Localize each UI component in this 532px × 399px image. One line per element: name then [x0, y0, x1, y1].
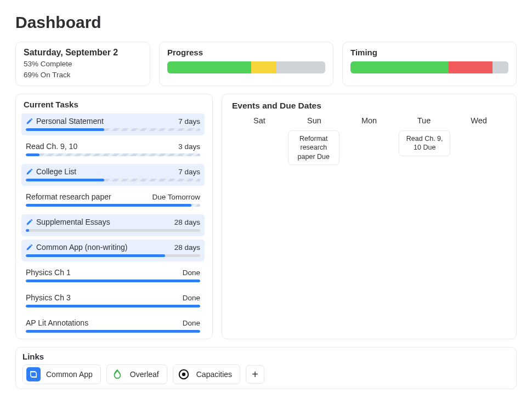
tasks-scroll[interactable]: Personal Statement7 daysRead Ch. 9, 103 … [21, 113, 209, 333]
task-title: Physics Ch 3 [26, 293, 71, 302]
day-header: Mon [342, 116, 397, 125]
pencil-icon [26, 218, 33, 226]
task-due: Done [183, 294, 200, 302]
task-title: Common App (non-writing) [36, 243, 128, 252]
task-item[interactable]: Common App (non-writing)28 days [21, 240, 205, 261]
tasks-title: Current Tasks [21, 100, 209, 109]
timing-bar [350, 61, 508, 73]
progress-seg-yellow [251, 61, 276, 73]
task-title: AP Lit Annotations [26, 318, 88, 327]
task-progress-bar [26, 330, 200, 333]
day-header: Sat [232, 116, 287, 125]
links-card: Links Common AppOverleafCapacities+ [15, 347, 517, 389]
status-date: Saturday, September 2 [24, 48, 142, 58]
event-column [343, 130, 395, 165]
links-title: Links [22, 352, 44, 361]
task-progress-bar [26, 128, 200, 131]
task-title: Supplemental Essays [36, 218, 110, 226]
status-complete: 53% Complete [24, 59, 142, 70]
page-title: Dashboard [15, 13, 517, 32]
task-title: College List [36, 167, 76, 176]
days-row: SatSunMonTueWed [232, 116, 506, 125]
link-label: Overleaf [130, 370, 159, 379]
overleaf-icon [110, 367, 124, 381]
pencil-icon [26, 168, 33, 175]
task-progress-bar [26, 280, 200, 282]
task-due: 7 days [178, 117, 200, 126]
day-header: Tue [397, 116, 451, 125]
task-item[interactable]: Physics Ch 1Done [21, 265, 205, 287]
day-header: Sun [287, 116, 342, 125]
status-card: Saturday, September 2 53% Complete 69% O… [15, 42, 150, 86]
link-label: Capacities [196, 370, 232, 379]
events-card: Events and Due Dates SatSunMonTueWed Ref… [222, 94, 517, 339]
task-item[interactable]: College List7 days [21, 164, 205, 186]
links-row: Common AppOverleafCapacities+ [22, 364, 510, 384]
task-progress-bar [26, 204, 200, 207]
add-link-button[interactable]: + [246, 365, 264, 384]
progress-card: Progress [159, 42, 333, 86]
timing-seg-green [350, 61, 449, 73]
task-progress-bar [26, 305, 200, 307]
svg-point-1 [182, 373, 185, 376]
timing-seg-grey [493, 61, 508, 73]
pencil-icon [26, 243, 33, 251]
status-on-track: 69% On Track [24, 70, 142, 81]
tasks-card: Current Tasks Personal Statement7 daysRe… [15, 94, 213, 339]
events-body: Reformat research paper DueRead Ch. 9, 1… [232, 130, 506, 165]
task-item[interactable]: Reformat research paperDue Tomorrow [21, 189, 205, 211]
link-chip-commonapp[interactable]: Common App [22, 364, 101, 384]
event-box[interactable]: Reformat research paper Due [288, 130, 339, 165]
link-chip-capacities[interactable]: Capacities [173, 364, 240, 384]
task-due: 3 days [178, 142, 200, 151]
event-box[interactable]: Read Ch. 9, 10 Due [399, 130, 450, 156]
task-due: 28 days [174, 243, 200, 252]
progress-bar [167, 61, 325, 73]
task-item[interactable]: Read Ch. 9, 103 days [21, 139, 205, 161]
task-title: Personal Statement [36, 117, 104, 126]
pencil-icon [26, 117, 33, 125]
progress-seg-grey [276, 61, 325, 73]
task-item[interactable]: Supplemental Essays28 days [21, 214, 205, 236]
task-progress-bar [26, 179, 200, 181]
task-due: Due Tomorrow [152, 193, 200, 201]
task-due: 7 days [178, 168, 200, 176]
task-due: 28 days [174, 218, 200, 226]
progress-seg-green [167, 61, 251, 73]
task-item[interactable]: AP Lit AnnotationsDone [21, 315, 205, 333]
progress-title: Progress [167, 48, 325, 57]
task-due: Done [183, 269, 200, 277]
link-chip-overleaf[interactable]: Overleaf [106, 364, 167, 384]
task-title: Physics Ch 1 [26, 268, 71, 277]
events-title: Events and Due Dates [232, 101, 506, 111]
commonapp-icon [26, 367, 41, 381]
capacities-icon [177, 367, 191, 381]
task-progress-bar [26, 229, 200, 232]
timing-card: Timing [342, 42, 517, 86]
event-column: Read Ch. 9, 10 Due [399, 130, 451, 165]
timing-title: Timing [350, 48, 508, 57]
task-progress-bar [26, 254, 200, 257]
task-item[interactable]: Personal Statement7 days [21, 113, 205, 135]
link-label: Common App [46, 370, 93, 379]
task-progress-bar [26, 153, 200, 156]
event-column: Reformat research paper Due [287, 130, 339, 165]
task-item[interactable]: Physics Ch 3Done [21, 290, 205, 312]
task-due: Done [183, 319, 200, 327]
event-column [454, 130, 506, 165]
event-column [232, 130, 284, 165]
task-title: Reformat research paper [26, 192, 111, 201]
task-title: Read Ch. 9, 10 [26, 142, 77, 151]
day-header: Wed [451, 116, 506, 125]
timing-seg-red [449, 61, 493, 73]
